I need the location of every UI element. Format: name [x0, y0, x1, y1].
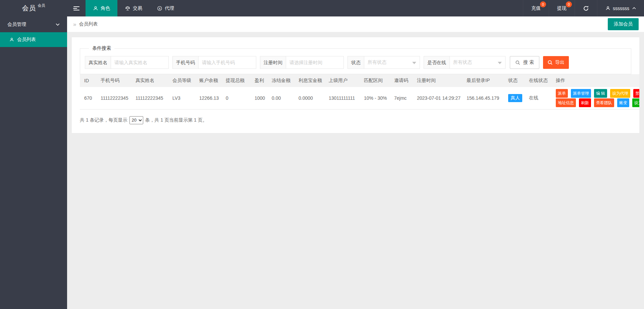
- col-header: 冻结金额: [267, 74, 294, 87]
- hamburger-icon: [73, 6, 79, 7]
- col-header: 上级用户: [324, 74, 360, 87]
- real-name-input[interactable]: [111, 56, 169, 69]
- phone-group: 手机号码: [172, 56, 256, 69]
- withdraw-badge: 0: [566, 1, 572, 7]
- col-header: 匹配区间: [360, 74, 390, 87]
- actions-line-1: 派单 派单管理 编 辑 设为代理 禁用: [556, 89, 639, 98]
- dispatch-manage-button[interactable]: 派单管理: [571, 89, 591, 98]
- col-header: 盈利: [250, 74, 267, 87]
- reg-time-label: 注册时间: [260, 56, 286, 69]
- dispatch-button[interactable]: 派单: [556, 89, 568, 98]
- tab-roles[interactable]: 角色: [86, 0, 117, 16]
- phone-input[interactable]: [199, 56, 256, 69]
- refresh-icon: [583, 5, 589, 11]
- logo-superscript: 会员: [38, 3, 45, 8]
- refresh-button[interactable]: [575, 0, 597, 16]
- caret-down-icon: [498, 62, 502, 64]
- col-header: ID: [80, 74, 96, 87]
- col-header: 状态: [504, 74, 525, 87]
- col-header: 邀请码: [390, 74, 413, 87]
- reg-time-group: 注册时间: [260, 56, 344, 69]
- status-group: 状态 所有状态: [347, 56, 420, 69]
- cell-match-range: 10% - 30%: [360, 87, 390, 109]
- address-info-button[interactable]: 地址信息: [556, 98, 576, 107]
- cell-invite-code: 7ejmc: [390, 87, 413, 109]
- main-content: » 会员列表 添加会员 条件搜索 真实姓名 手机号码 注册时间: [67, 16, 644, 309]
- withdraw-button[interactable]: 提现 0: [549, 0, 575, 16]
- col-header: 利息宝金额: [294, 74, 324, 87]
- col-header: 提现总额: [221, 74, 250, 87]
- cell-profit: 1000: [250, 87, 267, 109]
- cell-reg-time: 2023-07-01 14:29:27: [413, 87, 462, 109]
- recharge-badge: 0: [540, 1, 546, 7]
- cell-level: LV3: [168, 87, 195, 109]
- sidebar-group-member-management[interactable]: 会员管理: [0, 16, 67, 32]
- cell-withdraw-total: 0: [221, 87, 250, 109]
- tab-transactions[interactable]: 交易: [117, 0, 150, 16]
- col-header: 最后登录IP: [462, 74, 504, 87]
- search-fieldset: 条件搜索 真实姓名 手机号码 注册时间 状态 所有状态: [80, 45, 631, 74]
- sidebar-group-label: 会员管理: [7, 21, 26, 28]
- member-table-wrap: ID 手机号码 真实姓名 会员等级 账户余额 提现总额 盈利 冻结金额 利息宝金…: [80, 74, 639, 109]
- cell-status: 真人: [504, 87, 525, 109]
- status-select[interactable]: 所有状态: [364, 56, 420, 69]
- col-header: 手机号码: [96, 74, 131, 87]
- menu-collapse-button[interactable]: [67, 0, 86, 16]
- status-badge[interactable]: 真人: [508, 94, 522, 102]
- sidebar-item-member-list[interactable]: 会员列表: [0, 32, 67, 47]
- cell-actions: 派单 派单管理 编 辑 设为代理 禁用 地址信息 刷新 查看团队 账变: [551, 87, 639, 109]
- phone-label: 手机号码: [172, 56, 199, 69]
- export-button[interactable]: 导出: [543, 56, 569, 69]
- chevron-up-icon: [632, 7, 636, 9]
- recharge-label: 充值: [531, 5, 541, 11]
- export-button-label: 导出: [555, 59, 565, 65]
- search-icon: [515, 60, 520, 65]
- cell-balance: 12266.13: [195, 87, 221, 109]
- online-select[interactable]: 所有状态: [450, 56, 505, 69]
- table-header-row: ID 手机号码 真实姓名 会员等级 账户余额 提现总额 盈利 冻结金额 利息宝金…: [80, 74, 639, 87]
- col-header: 真实姓名: [131, 74, 168, 87]
- account-change-button[interactable]: 账变: [617, 98, 629, 107]
- pagination: 共 1 条记录，每页显示 20 条，共 1 页当前显示第 1 页。: [80, 116, 631, 124]
- scales-icon: [125, 5, 130, 11]
- cell-phone: 11112222345: [96, 87, 131, 109]
- tab-label: 交易: [133, 5, 142, 11]
- refresh-row-button[interactable]: 刷新: [579, 98, 591, 107]
- disable-button[interactable]: 禁用: [633, 89, 639, 98]
- online-label: 是否在线: [424, 56, 450, 69]
- topbar: 会员 会员 角色 交易 $ 代理 充值 0: [0, 0, 644, 16]
- col-header: 操作: [551, 74, 639, 87]
- top-nav: 角色 交易 $ 代理: [86, 0, 181, 16]
- add-member-button[interactable]: 添加会员: [608, 18, 639, 30]
- breadcrumb-current: 会员列表: [79, 21, 98, 27]
- cell-real-name: 11112222345: [131, 87, 168, 109]
- edit-button[interactable]: 编 辑: [594, 89, 607, 98]
- set-agent-button[interactable]: 设为代理: [610, 89, 630, 98]
- real-name-label: 真实姓名: [85, 56, 111, 69]
- search-button[interactable]: 搜 索: [510, 56, 539, 69]
- col-header: 在线状态: [525, 74, 551, 87]
- svg-text:$: $: [159, 7, 161, 10]
- user-icon: [9, 37, 14, 42]
- page-size-select[interactable]: 20: [129, 116, 143, 124]
- app-logo: 会员 会员: [0, 0, 67, 16]
- user-menu[interactable]: sssssss: [597, 0, 644, 16]
- breadcrumb-bar: » 会员列表 添加会员: [67, 16, 644, 32]
- table-row: 670 11112222345 11112222345 LV3 12266.13…: [80, 87, 639, 109]
- search-form: 真实姓名 手机号码 注册时间 状态 所有状态: [85, 56, 626, 69]
- recharge-button[interactable]: 充值 0: [523, 0, 549, 16]
- tab-agents[interactable]: $ 代理: [150, 0, 181, 16]
- user-icon: [605, 6, 610, 11]
- search-legend: 条件搜索: [89, 45, 114, 51]
- username: sssssss: [613, 6, 629, 11]
- member-table: ID 手机号码 真实姓名 会员等级 账户余额 提现总额 盈利 冻结金额 利息宝金…: [80, 74, 639, 109]
- user-icon: [93, 6, 98, 11]
- sidebar: 会员管理 会员列表: [0, 16, 67, 309]
- view-team-button[interactable]: 查看团队: [594, 98, 614, 107]
- dollar-circle-icon: $: [157, 6, 162, 11]
- pagination-before: 共 1 条记录，每页显示: [80, 117, 127, 123]
- chevron-down-icon: [56, 23, 60, 26]
- set-fake-button[interactable]: 设为假人: [632, 98, 639, 107]
- reg-time-input[interactable]: [286, 56, 344, 69]
- search-button-label: 搜 索: [523, 59, 534, 65]
